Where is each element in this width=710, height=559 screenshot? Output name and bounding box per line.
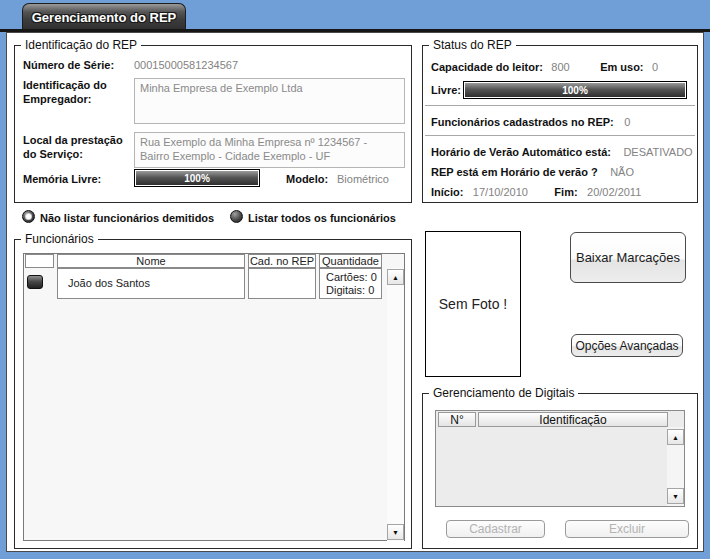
excluir-label: Excluir	[609, 522, 645, 536]
inicio-value: 17/10/2010	[473, 186, 528, 198]
employee-row-cartoes: Cartões: 0	[326, 271, 381, 284]
scroll-down-icon: ▼	[672, 493, 679, 500]
dst-current-row: REP está em Horário de verão ? NÃO	[431, 162, 689, 180]
capacidade-value: 800	[551, 61, 569, 73]
employee-table: Nome Cad. no REP Quantidade João dos San…	[23, 253, 405, 541]
groupbox-status-title: Status do REP	[429, 38, 516, 52]
registered-row: Funcionários cadastrados no REP: 0	[431, 112, 689, 130]
scroll-up-icon: ▲	[392, 274, 399, 281]
employee-row-digitais: Digitais: 0	[326, 284, 381, 297]
fim-value: 20/02/2011	[587, 186, 641, 198]
digitais-header-numero[interactable]: N°	[438, 412, 476, 427]
groupbox-digitais-title: Gerenciamento de Digitais	[429, 386, 578, 400]
empregador-label: Identificação do Empregador:	[23, 78, 128, 106]
employee-table-scrollbar[interactable]	[387, 268, 404, 541]
employee-scroll-up-button[interactable]: ▲	[387, 269, 404, 285]
employee-row-nome[interactable]: João dos Santos	[57, 268, 245, 299]
employee-row-quantidade[interactable]: Cartões: 0 Digitais: 0	[319, 268, 382, 299]
rep-management-window: Gerenciamento do REP Identificação do RE…	[0, 0, 710, 559]
opcoes-avancadas-button[interactable]: Opções Avançadas	[571, 334, 683, 357]
scroll-down-icon: ▼	[392, 529, 399, 536]
groupbox-digitais: Gerenciamento de Digitais N° Identificaç…	[422, 393, 698, 549]
memoria-progress-value: 100%	[136, 171, 258, 185]
tab-title: Gerenciamento do REP	[32, 10, 176, 25]
dst-auto-row: Horário de Verão Automático está: DESATI…	[431, 142, 689, 160]
groupbox-status: Status do REP Capacidade do leitor: 800 …	[422, 45, 698, 203]
cadastrados-value: 0	[624, 116, 630, 128]
radio-nao-listar-demitidos[interactable]	[22, 210, 35, 223]
livre-label: Livre:	[431, 84, 461, 96]
livre-progress-value: 100%	[465, 83, 685, 97]
groupbox-funcionarios: Funcionários Nome Cad. no REP Quantidade…	[14, 239, 412, 549]
groupbox-identificacao-title: Identificação do REP	[21, 38, 141, 52]
cadastrar-label: Cadastrar	[469, 522, 522, 536]
digitais-table: N° Identificação ▲ ▼	[435, 410, 685, 507]
digitais-header-identificacao[interactable]: Identificação	[478, 412, 668, 427]
baixar-marcacoes-label: Baixar Marcações	[576, 250, 680, 265]
employee-table-header-select[interactable]	[25, 254, 54, 268]
verao-label: REP está em Horário de verão ?	[431, 166, 598, 178]
local-label: Local da prestação do Serviço:	[23, 133, 128, 161]
verao-auto-label: Horário de Verão Automático está:	[431, 146, 611, 158]
local-field[interactable]: Rua Exemplo da Minha Empresa nº 1234567 …	[134, 132, 405, 168]
photo-placeholder-text: Sem Foto !	[439, 296, 507, 312]
tab-gerenciamento-do-rep[interactable]: Gerenciamento do REP	[22, 3, 186, 30]
radio-listar-todos-label[interactable]: Listar todos os funcionários	[248, 212, 396, 224]
excluir-button[interactable]: Excluir	[565, 520, 689, 538]
capacidade-label: Capacidade do leitor:	[431, 61, 543, 73]
memoria-label: Memória Livre:	[23, 173, 101, 185]
serial-value: 00015000581234567	[134, 59, 238, 71]
digitais-scroll-up-button[interactable]: ▲	[667, 429, 684, 445]
memoria-progressbar: 100%	[134, 169, 260, 187]
opcoes-avancadas-label: Opções Avançadas	[575, 339, 678, 353]
groupbox-identificacao: Identificação do REP Número de Série: 00…	[14, 45, 412, 203]
radio-listar-todos[interactable]	[230, 210, 243, 223]
inicio-label: Início:	[431, 186, 463, 198]
cadastrar-button[interactable]: Cadastrar	[446, 520, 545, 538]
dst-dates-row: Início: 17/10/2010 Fim: 20/02/2011	[431, 182, 689, 200]
serial-label: Número de Série:	[23, 59, 133, 71]
employee-table-header-cad[interactable]: Cad. no REP	[248, 254, 316, 268]
fim-label: Fim:	[554, 186, 577, 198]
employee-table-header-nome[interactable]: Nome	[57, 254, 245, 268]
main-panel: Identificação do REP Número de Série: 00…	[6, 32, 704, 552]
employee-scroll-down-button[interactable]: ▼	[387, 524, 404, 540]
empregador-field[interactable]: Minha Empresa de Exemplo Ltda	[134, 78, 405, 124]
photo-placeholder: Sem Foto !	[425, 231, 521, 377]
employee-row-cad[interactable]	[248, 268, 316, 299]
cadastrados-label: Funcionários cadastrados no REP:	[431, 116, 614, 128]
verao-auto-value: DESATIVADO	[623, 146, 692, 158]
digitais-scroll-down-button[interactable]: ▼	[667, 488, 684, 504]
livre-progressbar: 100%	[463, 81, 687, 99]
scroll-up-icon: ▲	[672, 434, 679, 441]
emuso-value: 0	[652, 61, 658, 73]
status-separator-1	[425, 105, 695, 106]
modelo-value: Biométrico	[337, 173, 389, 185]
emuso-label: Em uso:	[600, 61, 643, 73]
status-separator-2	[425, 135, 695, 136]
groupbox-funcionarios-title: Funcionários	[21, 232, 98, 246]
employee-table-header-quantidade[interactable]: Quantidade	[319, 254, 382, 268]
capacity-row: Capacidade do leitor: 800 Em uso: 0	[431, 57, 689, 75]
radio-nao-listar-demitidos-label[interactable]: Não listar funcionários demitidos	[40, 212, 214, 224]
employee-select-button[interactable]	[27, 275, 43, 289]
baixar-marcacoes-button[interactable]: Baixar Marcações	[570, 232, 686, 283]
modelo-label: Modelo:	[286, 173, 328, 185]
verao-value: NÃO	[610, 166, 634, 178]
